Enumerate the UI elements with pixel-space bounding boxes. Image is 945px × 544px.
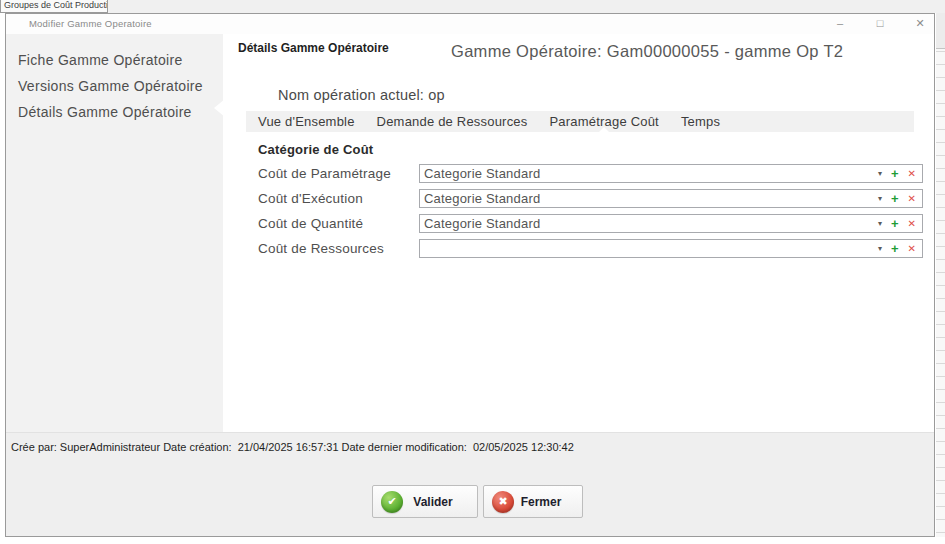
chevron-down-icon[interactable]: ▾ — [878, 220, 882, 228]
background-grid-header — [936, 13, 945, 49]
background-grid-strip — [936, 13, 945, 537]
dialog-footer: Crée par:SuperAdministrateurDate créatio… — [6, 432, 934, 536]
form-row-cout-parametrage: Coût de Paramétrage Categorie Standard ▾… — [258, 164, 923, 183]
form-row-cout-execution: Coût d'Exécution Categorie Standard ▾ + … — [258, 189, 923, 208]
tab-demande-de-ressources[interactable]: Demande de Ressources — [366, 111, 539, 132]
sidebar: Fiche Gamme Opératoire Versions Gamme Op… — [6, 34, 223, 432]
dialog-titlebar[interactable]: Modifier Gamme Operatoire – □ ✕ — [6, 14, 934, 34]
cout-execution-combo[interactable]: Categorie Standard ▾ + ✕ — [419, 189, 923, 208]
created-date-label: Date création: — [163, 441, 231, 453]
remove-icon[interactable]: ✕ — [908, 169, 916, 179]
field-label: Coût de Paramétrage — [258, 166, 419, 181]
valider-label: Valider — [403, 495, 463, 509]
remove-icon[interactable]: ✕ — [908, 219, 916, 229]
tab-parametrage-cout[interactable]: Paramétrage Coût — [538, 111, 669, 132]
window-controls: – □ ✕ — [832, 15, 928, 31]
tab-vue-densemble[interactable]: Vue d'Ensemble — [246, 111, 366, 132]
add-icon[interactable]: + — [891, 242, 899, 255]
sidebar-item-fiche-gamme-operatoire[interactable]: Fiche Gamme Opératoire — [6, 47, 223, 73]
combo-value: Categorie Standard — [424, 166, 878, 181]
created-date-value: 21/04/2025 16:57:31 — [238, 441, 339, 453]
dialog-title: Modifier Gamme Operatoire — [29, 18, 152, 29]
panel-title: Détails Gamme Opératoire — [238, 41, 389, 55]
modifier-gamme-operatoire-dialog: Modifier Gamme Operatoire – □ ✕ Fiche Ga… — [5, 13, 935, 537]
modified-date-label: Date dernier modification: — [342, 441, 467, 453]
background-tab-groupes-cout-production[interactable]: Groupes de Coût Production — [0, 0, 108, 13]
close-icon[interactable]: ✕ — [912, 15, 928, 31]
action-buttons: ✔ Valider ✖ Fermer — [372, 485, 583, 518]
form-row-cout-ressources: Coût de Ressources ▾ + ✕ — [258, 239, 923, 258]
cout-quantite-combo[interactable]: Categorie Standard ▾ + ✕ — [419, 214, 923, 233]
minimize-icon[interactable]: – — [832, 15, 848, 31]
gamme-operatoire-header: Gamme Opératoire: Gam00000055 - gamme Op… — [451, 42, 843, 61]
status-bar: Crée par:SuperAdministrateurDate créatio… — [11, 441, 577, 453]
tabstrip: Vue d'Ensemble Demande de Ressources Par… — [246, 111, 914, 132]
chevron-down-icon[interactable]: ▾ — [878, 195, 882, 203]
created-by-label: Crée par: — [11, 441, 57, 453]
sidebar-item-details-gamme-operatoire[interactable]: Détails Gamme Opératoire — [6, 99, 223, 125]
fermer-label: Fermer — [514, 495, 568, 509]
field-label: Coût de Ressources — [258, 241, 419, 256]
tab-temps[interactable]: Temps — [670, 111, 731, 132]
check-icon: ✔ — [381, 491, 403, 513]
add-icon[interactable]: + — [891, 192, 899, 205]
background-window-strip: Groupes de Coût Production — [0, 0, 945, 13]
field-label: Coût de Quantité — [258, 216, 419, 231]
add-icon[interactable]: + — [891, 167, 899, 180]
remove-icon[interactable]: ✕ — [908, 244, 916, 254]
combo-value: Categorie Standard — [424, 191, 878, 206]
cout-parametrage-combo[interactable]: Categorie Standard ▾ + ✕ — [419, 164, 923, 183]
field-label: Coût d'Exécution — [258, 191, 419, 206]
combo-value: Categorie Standard — [424, 216, 878, 231]
remove-icon[interactable]: ✕ — [908, 194, 916, 204]
form-row-cout-quantite: Coût de Quantité Categorie Standard ▾ + … — [258, 214, 923, 233]
cout-ressources-combo[interactable]: ▾ + ✕ — [419, 239, 923, 258]
chevron-down-icon[interactable]: ▾ — [878, 170, 882, 178]
modified-date-value: 02/05/2025 12:30:42 — [473, 441, 574, 453]
cost-category-form: Catégorie de Coût Coût de Paramétrage Ca… — [258, 142, 923, 264]
maximize-icon[interactable]: □ — [872, 15, 888, 31]
chevron-down-icon[interactable]: ▾ — [878, 245, 882, 253]
form-section-header: Catégorie de Coût — [258, 142, 923, 157]
cancel-icon: ✖ — [492, 491, 514, 513]
fermer-button[interactable]: ✖ Fermer — [483, 485, 583, 518]
created-by-value: SuperAdministrateur — [60, 441, 160, 453]
operation-name-label: Nom opération actuel: op — [278, 87, 445, 103]
sidebar-item-versions-gamme-operatoire[interactable]: Versions Gamme Opératoire — [6, 73, 223, 99]
content-panel: Détails Gamme Opératoire Gamme Opératoir… — [223, 34, 934, 432]
add-icon[interactable]: + — [891, 217, 899, 230]
valider-button[interactable]: ✔ Valider — [372, 485, 478, 518]
